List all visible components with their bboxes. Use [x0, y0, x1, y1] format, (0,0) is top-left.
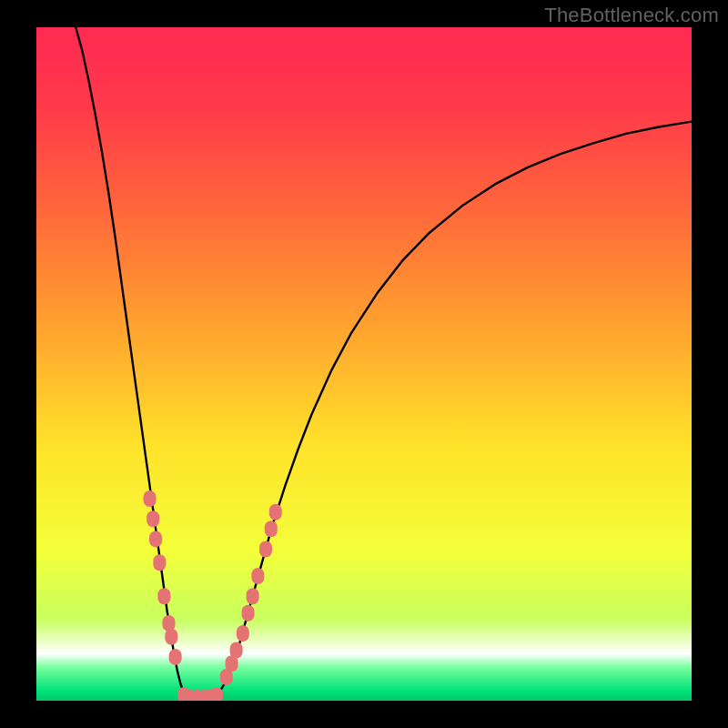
plot-area — [36, 27, 692, 701]
scatter-point — [153, 554, 166, 571]
scatter-point — [247, 588, 259, 604]
scatter-point — [237, 625, 249, 642]
scatter-point — [144, 490, 157, 507]
scatter-point — [265, 521, 278, 537]
scatter-point — [147, 511, 159, 527]
scatter-point — [251, 568, 264, 584]
plot-svg — [36, 27, 692, 701]
scatter-point — [242, 605, 255, 622]
scatter-point — [169, 649, 182, 665]
scatter-point — [165, 629, 177, 645]
watermark-text: TheBottleneck.com — [544, 4, 719, 27]
gradient-background — [36, 27, 692, 701]
chart-frame: TheBottleneck.com — [0, 0, 728, 728]
scatter-point — [157, 588, 170, 604]
scatter-point — [210, 687, 223, 701]
scatter-point — [149, 531, 162, 547]
scatter-point — [269, 504, 282, 521]
scatter-point — [230, 642, 243, 659]
scatter-point — [259, 541, 272, 558]
